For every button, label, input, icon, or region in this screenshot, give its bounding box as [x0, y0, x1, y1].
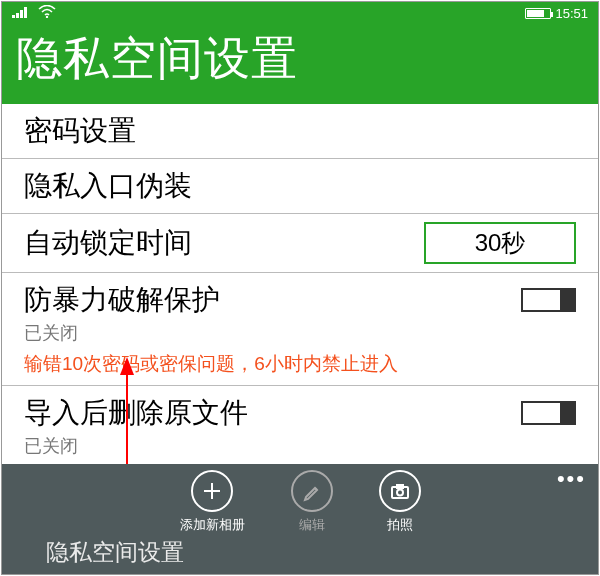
button-label: 编辑 — [299, 516, 325, 534]
add-album-button[interactable]: 添加新相册 — [180, 470, 245, 534]
page-title: 隐私空间设置 — [16, 28, 584, 90]
camera-icon — [379, 470, 421, 512]
svg-line-9 — [315, 488, 317, 490]
auto-lock-value[interactable]: 30秒 — [424, 222, 576, 264]
appbar-caption: 隐私空间设置 — [46, 537, 184, 568]
row-state: 已关闭 — [24, 321, 576, 345]
edit-button[interactable]: 编辑 — [291, 470, 333, 534]
svg-rect-2 — [20, 10, 23, 18]
row-label: 防暴力破解保护 — [24, 281, 521, 319]
row-warning: 输错10次密码或密保问题，6小时内禁止进入 — [24, 351, 576, 377]
row-auto-lock[interactable]: 自动锁定时间 30秒 — [2, 214, 598, 273]
battery-icon — [525, 8, 551, 19]
delete-original-toggle[interactable] — [521, 401, 576, 425]
row-state: 已关闭 — [24, 434, 576, 458]
status-bar: 15:51 — [2, 2, 598, 24]
row-label: 自动锁定时间 — [24, 224, 424, 262]
row-delete-original[interactable]: 导入后删除原文件 已关闭 — [2, 386, 598, 467]
svg-rect-1 — [16, 13, 19, 18]
wifi-icon — [38, 5, 56, 21]
status-time: 15:51 — [555, 6, 588, 21]
pencil-icon — [291, 470, 333, 512]
camera-button[interactable]: 拍照 — [379, 470, 421, 534]
plus-icon — [191, 470, 233, 512]
settings-list: 密码设置 隐私入口伪装 自动锁定时间 30秒 防暴力破解保护 已关闭 输错10次… — [2, 104, 598, 521]
row-label: 导入后删除原文件 — [24, 394, 521, 432]
svg-point-11 — [397, 490, 403, 496]
svg-rect-0 — [12, 15, 15, 18]
app-bar: ••• 添加新相册 编辑 拍照 隐私空间设置 — [2, 464, 598, 574]
svg-rect-3 — [24, 7, 27, 18]
row-disguise-entry[interactable]: 隐私入口伪装 — [2, 159, 598, 214]
row-label: 密码设置 — [24, 112, 576, 150]
button-label: 添加新相册 — [180, 516, 245, 534]
brute-force-toggle[interactable] — [521, 288, 576, 312]
signal-icon — [12, 6, 30, 21]
row-label: 隐私入口伪装 — [24, 167, 576, 205]
svg-point-4 — [46, 16, 48, 18]
row-brute-force[interactable]: 防暴力破解保护 已关闭 输错10次密码或密保问题，6小时内禁止进入 — [2, 273, 598, 386]
row-password-settings[interactable]: 密码设置 — [2, 104, 598, 159]
button-label: 拍照 — [387, 516, 413, 534]
page-header: 隐私空间设置 — [2, 24, 598, 104]
